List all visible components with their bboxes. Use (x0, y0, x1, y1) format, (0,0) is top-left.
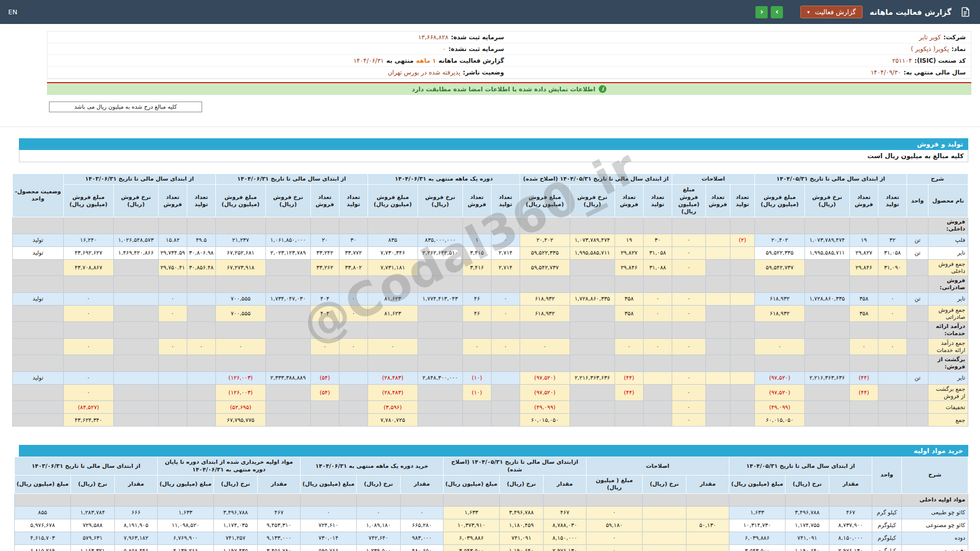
cell: ۱,۱۹۰,۶۴۰ (499, 544, 543, 551)
cell: ۸۳۵,۰۰۰,۰۰۰ (418, 234, 462, 246)
cell (570, 217, 615, 234)
report-copy-icon[interactable] (959, 6, 972, 19)
cell (215, 355, 265, 372)
cell: کائو چو طبیعی (902, 506, 968, 519)
column-header: تعداد تولید (643, 185, 672, 217)
cell (805, 355, 850, 372)
product-row: کائو چو مصنوعیکیلوگرم۸,۷۳۷,۹۰۰۱,۱۷۴,۷۵۵۱… (14, 519, 968, 532)
cell (730, 217, 754, 234)
cell: ۱,۰۶۱,۸۵۰,۰۰۰ (265, 234, 310, 246)
cell (187, 414, 215, 427)
prev-report-button[interactable]: ‹ (755, 6, 768, 18)
chevron-right-icon: › (775, 8, 778, 16)
column-header: اصلاحات (586, 457, 729, 475)
cell: ۴,۱۳۹,۲۶۶ (157, 544, 213, 551)
page-title: گزارش فعالیت ماهانه (870, 8, 951, 17)
cell (187, 401, 215, 414)
cell (418, 259, 462, 276)
cell (418, 305, 462, 322)
cell: ۱ (462, 234, 491, 246)
cell (643, 414, 672, 427)
cell: ۳۵۸ (615, 292, 643, 305)
cell: ۵۹,۵۴۲,۷۳۷ (754, 259, 804, 276)
cell: تن (907, 292, 928, 305)
info-row: کد صنعت (ISIC):۲۵۱۱۰۴ (509, 55, 971, 67)
column-header: تعداد تولید (878, 185, 907, 217)
cell (339, 217, 368, 234)
cell: ۸۵۵ (14, 506, 70, 519)
cell (12, 276, 63, 293)
report-type-dropdown[interactable]: گزارش فعالیت ▾ (800, 6, 862, 18)
cell: ۲۰,۴۰۲ (520, 234, 570, 246)
cell (520, 217, 570, 234)
cell: ۰ (672, 234, 705, 246)
column-header: نرخ (ریال) (356, 475, 400, 494)
cell: (۱۰) (462, 371, 491, 384)
info-label: سال مالی منتهی به: (903, 69, 966, 76)
cell: ۳۱,۰۵۸ (878, 246, 907, 259)
cell (114, 493, 157, 506)
cell: ۴۰۴ (310, 292, 339, 305)
cell (12, 322, 63, 339)
info-row: سرمایه ثبت شده:۱۳,۶۶۸,۸۲۸ (47, 32, 509, 43)
column-header: تعداد فروش (462, 185, 491, 217)
cell: ۴۳,۶۹۲,۶۲۷ (63, 246, 113, 259)
cell (642, 493, 686, 506)
info-label: منتهی به (386, 57, 413, 64)
cell: ۶۷,۲۷۳,۹۱۸ (215, 259, 265, 276)
column-header: تعداد فروش (705, 185, 730, 217)
cell: ۰ (491, 338, 520, 355)
cell: (۵۲,۶۹۵) (215, 401, 265, 414)
cell (113, 414, 158, 427)
cell: ۲,۹۷۶,۱۳۰ (829, 544, 872, 551)
cell: تن (907, 246, 928, 259)
cell: ۰ (586, 532, 642, 544)
cell (12, 384, 63, 401)
info-value[interactable]: کویر تایر (919, 34, 941, 41)
cell (418, 355, 462, 372)
cell: ۷۰۰,۵۵۵ (215, 292, 265, 305)
cell (686, 532, 729, 544)
cell: (۴۹,۰۹۹) (754, 401, 804, 414)
cell (705, 371, 730, 384)
column-header: نام محصول (928, 185, 968, 217)
language-toggle[interactable]: EN (8, 8, 17, 16)
cell: ۰ (672, 292, 705, 305)
cell (570, 276, 615, 293)
cell: ۶,۷۶۹,۹۰۰ (157, 532, 213, 544)
cell: جمع (928, 414, 968, 427)
cell: ۱,۰۲۶,۵۴۸,۵۷۳ (113, 234, 158, 246)
cell: ۲۰,۴۰۲ (754, 234, 804, 246)
column-header: نرخ فروش (ریال) (113, 185, 158, 217)
column-header: نرخ فروش (ریال) (805, 185, 850, 217)
cell: ۳,۴۵۶,۷۸۰ (257, 544, 300, 551)
column-header: نرخ (ریال) (642, 475, 686, 494)
cell (491, 371, 520, 384)
column-header: مبلغ فروش (میلیون ریال) (672, 185, 705, 217)
column-header: مبلغ فروش (میلیون ریال) (215, 185, 265, 217)
section-row: فروش صادراتی: (12, 276, 968, 293)
column-header: از ابتدای سال مالی تا تاریخ ۱۴۰۴/۰۵/۳۱ (729, 457, 872, 475)
cell (642, 519, 686, 532)
cell: (۴۴) (615, 371, 643, 384)
cell (850, 322, 878, 339)
cell: جمع فروش داخلی (928, 259, 968, 276)
cell: ۳۲ (878, 234, 907, 246)
column-header: ازابتدای سال مالی تا تاریخ ۱۴۰۴/۰۵/۳۱ (ا… (443, 457, 586, 475)
cell: (۹۷,۵۲۰) (754, 371, 804, 384)
cell (805, 322, 850, 339)
cell: ۱,۷۲۸,۸۶۰,۳۳۵ (570, 292, 615, 305)
cell (705, 217, 730, 234)
cell (754, 355, 804, 372)
cell: ۲,۸۴۸,۳۰۰,۰۰۰ (418, 371, 462, 384)
cell (686, 506, 729, 519)
column-header: خرید دوره یک ماهه منتهی به ۱۴۰۴/۰۶/۳۱ (300, 457, 443, 475)
cell: ۶۷,۷۹۵,۷۷۵ (215, 414, 265, 427)
column-header: از ابتدای سال مالی تا تاریخ ۱۴۰۳/۰۶/۳۱ (63, 174, 215, 185)
cell: ۱۱,۰۹۸,۵۲۰ (157, 519, 213, 532)
next-report-button[interactable]: › (771, 6, 783, 18)
cell: ۲۹,۷۳۴.۵۹ (158, 246, 187, 259)
cell (356, 493, 400, 506)
cell: ۰ (63, 292, 113, 305)
signature-notice-bar: i اطلاعات نمایش داده شده با اطلاعات امضا… (47, 83, 971, 95)
